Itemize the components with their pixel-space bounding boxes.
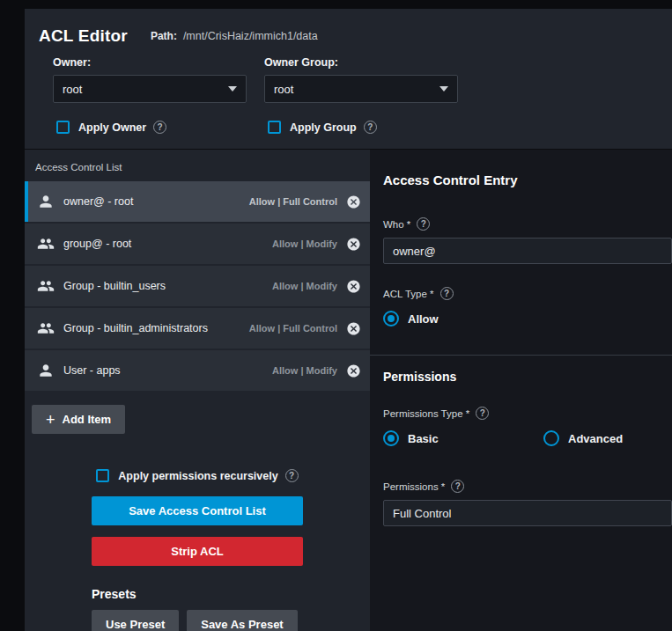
apply-recursive-label: Apply permissions recursively bbox=[118, 470, 277, 482]
use-preset-button[interactable]: Use Preset bbox=[92, 610, 179, 631]
remove-entry-icon[interactable] bbox=[346, 363, 361, 378]
title-row: ACL Editor Path: /mnt/CrisHaiz/immich1/d… bbox=[39, 26, 658, 46]
group-icon bbox=[37, 319, 55, 337]
owner-select[interactable]: root bbox=[53, 75, 247, 103]
preset-button-row: Use Preset Save As Preset bbox=[92, 610, 370, 631]
acl-type-label-row: ACL Type * ? bbox=[383, 287, 672, 300]
remove-entry-icon[interactable] bbox=[346, 237, 361, 252]
ace-permission: Allow | Modify bbox=[272, 365, 337, 376]
entry-title: Access Control Entry bbox=[383, 172, 672, 187]
radio-selected-icon bbox=[383, 311, 399, 327]
list-item-builtin-administrators[interactable]: Group - builtin_administrators Allow | F… bbox=[25, 308, 370, 349]
path-value: /mnt/CrisHaiz/immich1/data bbox=[183, 30, 318, 42]
owner-group-column: Owner Group: root Apply Group ? bbox=[264, 56, 458, 134]
list-item-builtin-users[interactable]: Group - builtin_users Allow | Modify bbox=[25, 266, 370, 306]
owner-group-select[interactable]: root bbox=[264, 75, 458, 103]
user-icon bbox=[37, 193, 55, 210]
radio-allow[interactable]: Allow bbox=[383, 311, 439, 327]
radio-unselected-icon bbox=[543, 430, 559, 446]
radio-allow-label: Allow bbox=[408, 312, 439, 326]
list-item-owner[interactable]: owner@ - root Allow | Full Control bbox=[25, 181, 370, 222]
path-label: Path: bbox=[151, 30, 177, 42]
remove-entry-icon[interactable] bbox=[346, 279, 361, 294]
access-control-entry-panel: Access Control Entry Who * ? ACL Type * … bbox=[370, 150, 672, 631]
ace-name: group@ - root bbox=[63, 238, 272, 250]
chevron-down-icon bbox=[228, 86, 237, 92]
owner-column: Owner: root Apply Owner ? bbox=[53, 56, 247, 134]
apply-group-checkbox-row[interactable]: Apply Group ? bbox=[268, 121, 458, 134]
apply-owner-checkbox[interactable] bbox=[56, 121, 70, 134]
radio-selected-icon bbox=[383, 430, 399, 446]
owner-group-select-value: root bbox=[274, 83, 439, 96]
help-icon[interactable]: ? bbox=[285, 469, 299, 482]
ace-name: owner@ - root bbox=[63, 195, 249, 208]
acl-type-radio-row: Allow bbox=[383, 311, 672, 327]
who-label: Who * bbox=[383, 219, 410, 230]
remove-entry-icon[interactable] bbox=[346, 194, 361, 209]
ace-name: User - apps bbox=[63, 364, 272, 377]
plus-icon: + bbox=[46, 412, 55, 428]
main-split: Access Control List owner@ - root Allow … bbox=[25, 150, 672, 631]
permissions-type-label-row: Permissions Type * ? bbox=[383, 407, 672, 420]
add-item-label: Add Item bbox=[63, 413, 112, 426]
group-icon bbox=[37, 277, 55, 295]
owner-select-value: root bbox=[63, 83, 228, 96]
apply-owner-checkbox-row[interactable]: Apply Owner ? bbox=[56, 121, 247, 134]
list-item-user-apps[interactable]: User - apps Allow | Modify bbox=[25, 350, 370, 391]
help-icon[interactable]: ? bbox=[451, 480, 464, 493]
apply-recursive-checkbox-row[interactable]: Apply permissions recursively ? bbox=[25, 469, 370, 482]
owner-columns: Owner: root Apply Owner ? Owner Group: r… bbox=[53, 56, 658, 134]
acl-editor-screen: ACL Editor Path: /mnt/CrisHaiz/immich1/d… bbox=[0, 0, 672, 631]
permissions-section-title: Permissions bbox=[383, 370, 672, 384]
ace-permission: Allow | Modify bbox=[272, 238, 337, 249]
list-item-group[interactable]: group@ - root Allow | Modify bbox=[25, 224, 370, 264]
help-icon[interactable]: ? bbox=[153, 121, 166, 134]
strip-acl-button[interactable]: Strip ACL bbox=[92, 537, 303, 566]
permissions-type-radio-row: Basic Advanced bbox=[383, 430, 672, 446]
help-icon[interactable]: ? bbox=[440, 287, 454, 300]
permissions-label: Permissions * bbox=[383, 481, 445, 492]
radio-advanced-label: Advanced bbox=[568, 432, 623, 445]
apply-owner-label: Apply Owner bbox=[78, 121, 146, 134]
ace-permission: Allow | Full Control bbox=[249, 196, 337, 207]
who-label-row: Who * ? bbox=[383, 217, 672, 231]
apply-recursive-checkbox[interactable] bbox=[96, 469, 109, 482]
page-title: ACL Editor bbox=[39, 26, 128, 46]
group-icon bbox=[37, 235, 55, 253]
save-acl-button[interactable]: Save Access Control List bbox=[92, 496, 303, 525]
radio-basic[interactable]: Basic bbox=[383, 430, 543, 446]
ace-name: Group - builtin_administrators bbox=[63, 322, 249, 334]
save-as-preset-button[interactable]: Save As Preset bbox=[187, 610, 297, 631]
owner-label: Owner: bbox=[53, 56, 247, 69]
add-item-button[interactable]: + Add Item bbox=[32, 405, 125, 434]
apply-group-checkbox[interactable] bbox=[268, 121, 281, 134]
help-icon[interactable]: ? bbox=[364, 121, 377, 134]
acl-type-label: ACL Type * bbox=[383, 289, 434, 299]
acl-list-panel: Access Control List owner@ - root Allow … bbox=[25, 150, 370, 631]
help-icon[interactable]: ? bbox=[417, 217, 430, 231]
radio-advanced[interactable]: Advanced bbox=[543, 430, 623, 446]
help-icon[interactable]: ? bbox=[476, 407, 489, 420]
remove-entry-icon[interactable] bbox=[346, 321, 361, 336]
ace-permission: Allow | Modify bbox=[272, 281, 337, 291]
permissions-label-row: Permissions * ? bbox=[383, 480, 672, 493]
acl-list-title: Access Control List bbox=[25, 150, 370, 181]
ace-name: Group - builtin_users bbox=[63, 280, 272, 292]
acl-editor-header-card: ACL Editor Path: /mnt/CrisHaiz/immich1/d… bbox=[25, 9, 672, 150]
presets-title: Presets bbox=[92, 587, 370, 601]
permissions-input[interactable] bbox=[383, 500, 672, 526]
radio-basic-label: Basic bbox=[408, 432, 439, 445]
who-input[interactable] bbox=[383, 238, 672, 264]
user-icon bbox=[37, 362, 55, 379]
section-divider bbox=[370, 355, 672, 356]
ace-permission: Allow | Full Control bbox=[249, 323, 337, 334]
owner-group-label: Owner Group: bbox=[264, 56, 458, 69]
permissions-type-label: Permissions Type * bbox=[383, 408, 469, 419]
apply-group-label: Apply Group bbox=[290, 121, 357, 134]
chevron-down-icon bbox=[439, 86, 448, 92]
